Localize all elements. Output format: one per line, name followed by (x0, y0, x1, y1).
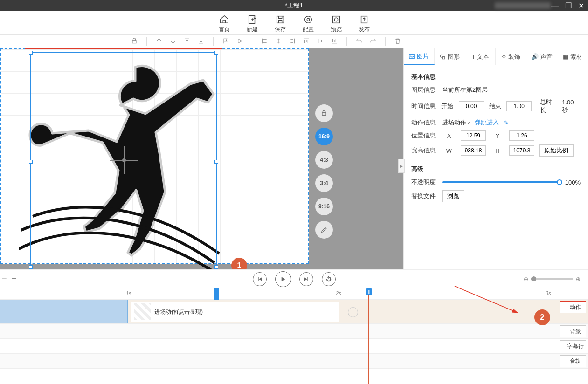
x-input[interactable] (461, 130, 486, 141)
undo-icon[interactable] (355, 37, 363, 46)
plus-icon[interactable]: + (12, 274, 17, 284)
titlebar: *工程1 — ❐ ✕ (0, 0, 588, 11)
minimize-icon[interactable]: — (551, 1, 559, 10)
action-link[interactable]: 弹跳进入 (475, 118, 499, 127)
opacity-slider[interactable] (442, 181, 560, 183)
sub-toolbar (0, 34, 588, 48)
minus-icon[interactable]: − (2, 274, 7, 284)
new-button[interactable]: 新建 (247, 14, 258, 34)
resize-handle-w[interactable] (29, 160, 33, 164)
new-label: 新建 (247, 26, 258, 34)
play-icon[interactable] (236, 37, 243, 46)
total-value: 1.00 秒 (562, 99, 581, 114)
zoom-thumb[interactable] (531, 276, 536, 281)
play-button[interactable] (275, 271, 291, 287)
playhead-cap[interactable]: ∥ (366, 288, 372, 295)
align-center-h-icon[interactable] (275, 37, 282, 46)
aspect-4-3[interactable]: 4:3 (315, 151, 333, 169)
loop-button[interactable] (322, 272, 336, 286)
arrow-up-icon[interactable] (155, 37, 163, 46)
tab-sound[interactable]: 🔊声音 (526, 48, 557, 65)
original-ratio-button[interactable]: 原始比例 (539, 144, 574, 157)
track-row-audio[interactable]: + 音轨 (0, 354, 588, 369)
row-layer: 图层信息 当前所在第2图层 (411, 86, 581, 94)
tab-image[interactable]: 图片 (404, 48, 435, 65)
prev-button[interactable] (253, 272, 267, 286)
zoom-slider[interactable] (531, 278, 573, 280)
zoom-in-icon[interactable]: ⊕ (576, 276, 581, 282)
config-button[interactable]: 配置 (303, 14, 314, 34)
browse-button[interactable]: 浏览 (442, 190, 464, 202)
publish-button[interactable]: 发布 (359, 14, 370, 34)
edit-chip[interactable] (315, 221, 333, 239)
align-left-icon[interactable] (261, 37, 268, 46)
pivot-dot[interactable] (122, 158, 126, 162)
lock-chip[interactable] (315, 104, 333, 122)
add-audio-button[interactable]: + 音轨 (560, 355, 586, 367)
add-background-button[interactable]: + 背景 (560, 325, 586, 337)
tab-shape[interactable]: 图形 (435, 48, 465, 65)
track-layer-block[interactable] (0, 300, 128, 323)
track-row-sub[interactable]: + 字幕行 (0, 339, 588, 354)
align-right-icon[interactable] (289, 37, 296, 46)
lock-icon[interactable] (131, 37, 138, 46)
selection-frame[interactable] (30, 52, 217, 267)
range-start-handle[interactable] (214, 288, 219, 300)
close-icon[interactable]: ✕ (578, 1, 584, 10)
aspect-3-4[interactable]: 3:4 (315, 174, 333, 192)
time-3s: 3s (546, 290, 551, 296)
start-label: 开始 (441, 102, 454, 110)
to-bottom-icon[interactable] (197, 37, 205, 46)
tab-asset[interactable]: ▦素材 (557, 48, 588, 65)
y-input[interactable] (509, 130, 534, 141)
flag-icon[interactable] (222, 37, 229, 46)
resize-handle-se[interactable] (214, 265, 218, 269)
resize-handle-nw[interactable] (29, 51, 33, 55)
y-label: Y (491, 132, 505, 139)
resize-handle-sw[interactable] (29, 265, 33, 269)
arrow-down-icon[interactable] (169, 37, 177, 46)
aspect-16-9[interactable]: 16:9 (315, 128, 333, 145)
end-input[interactable] (506, 101, 532, 111)
next-button[interactable] (299, 272, 313, 286)
zoom-out-icon[interactable]: ⊖ (524, 276, 528, 282)
svg-point-5 (334, 18, 338, 21)
total-label: 总时长 (540, 98, 557, 115)
opacity-thumb[interactable] (557, 179, 562, 185)
add-action-button[interactable]: + 动作 (560, 301, 586, 313)
aspect-9-16[interactable]: 9:16 (315, 198, 333, 215)
clip-block[interactable]: 进场动作(点击显现) (131, 302, 339, 322)
tab-text[interactable]: T文本 (465, 48, 496, 65)
align-bottom-icon[interactable] (331, 37, 338, 46)
svg-line-12 (455, 286, 518, 313)
section-basic-title: 基本信息 (411, 73, 581, 81)
opacity-value: 100% (565, 179, 581, 186)
save-button[interactable]: 保存 (275, 14, 286, 34)
preview-button[interactable]: 预览 (331, 14, 342, 34)
edit-action-icon[interactable]: ✎ (504, 119, 509, 126)
redo-icon[interactable] (369, 37, 377, 46)
h-input[interactable] (509, 145, 534, 156)
to-top-icon[interactable] (183, 37, 191, 46)
resize-handle-ne[interactable] (214, 51, 218, 55)
start-input[interactable] (459, 101, 484, 111)
align-top-icon[interactable] (303, 37, 310, 46)
extend-clip-button[interactable]: + (348, 307, 358, 317)
section-adv-title: 高级 (411, 165, 581, 173)
add-subtitle-button[interactable]: + 字幕行 (560, 340, 586, 352)
svg-point-10 (441, 55, 443, 57)
maximize-icon[interactable]: ❐ (565, 1, 572, 10)
annotation-badge-2: 2 (534, 309, 550, 325)
canvas-area[interactable]: 1 16:9 4:3 3:4 9:16 (0, 48, 403, 269)
align-middle-icon[interactable] (317, 37, 324, 46)
tab-decor[interactable]: ✧装饰 (496, 48, 526, 65)
row-position: 位置信息 X Y (411, 130, 581, 141)
panel-collapse-handle[interactable]: ▸ (398, 159, 405, 173)
trash-icon[interactable] (394, 37, 401, 46)
opacity-label: 不透明度 (411, 178, 437, 186)
w-input[interactable] (461, 145, 486, 156)
playhead-line[interactable] (368, 288, 369, 384)
home-button[interactable]: 首页 (219, 14, 230, 34)
track-row-bg[interactable]: + 背景 (0, 324, 588, 339)
resize-handle-e[interactable] (214, 160, 218, 164)
